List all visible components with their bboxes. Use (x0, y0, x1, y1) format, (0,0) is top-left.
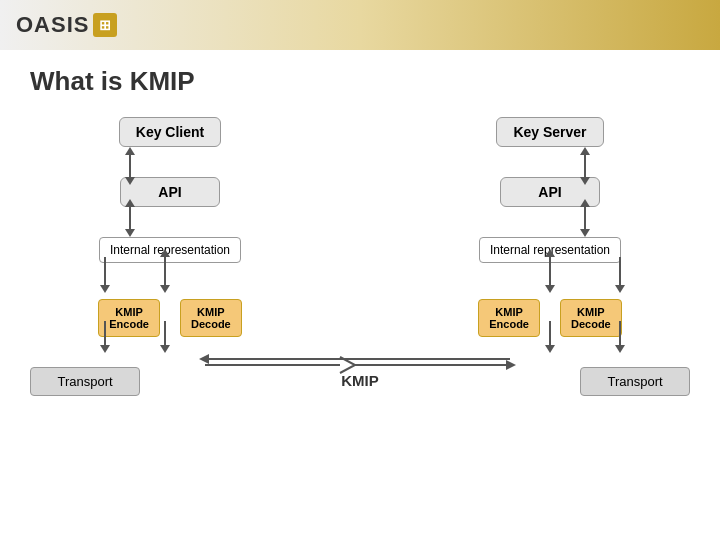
internal-boxes-row: Internal representation Internal represe… (30, 237, 690, 263)
kmip-label-area: KMIP (140, 372, 580, 391)
right-encode-decode: KMIPEncode KMIPDecode (410, 299, 690, 337)
transport-row: Transport KMIP Transport (30, 367, 690, 396)
left-kmip-encode-box: KMIPEncode (98, 299, 160, 337)
header: OASIS ⊞ (0, 0, 720, 50)
left-internal-col: Internal representation (30, 237, 310, 263)
oasis-logo: OASIS ⊞ (16, 12, 117, 38)
diagram: Key Client Key Server API API Internal r… (30, 117, 690, 396)
left-api-col: API (30, 177, 310, 207)
left-internal-box: Internal representation (99, 237, 241, 263)
left-column: Key Client (30, 117, 310, 147)
top-boxes-row: Key Client Key Server (30, 117, 690, 147)
right-internal-box: Internal representation (479, 237, 621, 263)
page-title: What is KMIP (30, 66, 690, 97)
oasis-logo-icon: ⊞ (93, 13, 117, 37)
left-api-box: API (120, 177, 220, 207)
right-kmip-encode-box: KMIPEncode (478, 299, 540, 337)
right-internal-col: Internal representation (410, 237, 690, 263)
right-transport-box: Transport (580, 367, 690, 396)
right-api-col: API (410, 177, 690, 207)
left-transport-box: Transport (30, 367, 140, 396)
kmip-middle-label: KMIP (341, 372, 379, 389)
left-encode-decode: KMIPEncode KMIPDecode (30, 299, 310, 337)
oasis-logo-text: OASIS (16, 12, 89, 38)
api-boxes-row: API API (30, 177, 690, 207)
main-content: What is KMIP (0, 50, 720, 412)
encode-decode-row: KMIPEncode KMIPDecode KMIPEncode KMIPDec… (30, 299, 690, 337)
right-kmip-decode-box: KMIPDecode (560, 299, 622, 337)
left-kmip-decode-box: KMIPDecode (180, 299, 242, 337)
key-server-box: Key Server (496, 117, 603, 147)
right-column: Key Server (410, 117, 690, 147)
key-client-box: Key Client (119, 117, 221, 147)
right-api-box: API (500, 177, 600, 207)
